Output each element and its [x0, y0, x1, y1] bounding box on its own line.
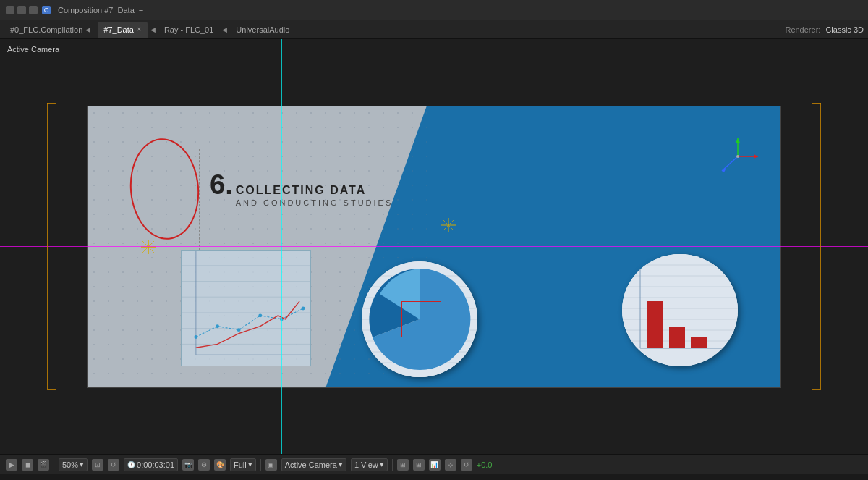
chart-line-box [181, 250, 311, 366]
chart-bar-container [622, 254, 745, 366]
comp-frame-topleft [47, 103, 56, 104]
svg-point-17 [302, 306, 305, 310]
timecode-value: 0:00:03:01 [137, 460, 174, 469]
comp-heading: COLLECTING DATA [236, 182, 393, 198]
svg-point-13 [216, 324, 219, 328]
zoom-value: 50% [62, 460, 78, 469]
comp-frame-botright [812, 389, 821, 390]
tab-universal[interactable]: UniversalAudio [230, 22, 295, 38]
red-selection-box [401, 301, 441, 337]
comp-subheading: AND CONDUCTING STUDIES [236, 198, 393, 207]
bottom-toolbar: ▶ ◼ 🎬 50% ▾ ⊡ ↺ 🕐 0:00:03:01 📷 ⚙ 🎨 Full … [0, 454, 868, 474]
camera-view-value: Active Camera [285, 460, 337, 469]
zoom-dropdown[interactable]: 50% ▾ [59, 458, 88, 471]
tab-bar: #0_FLC.Compilation ◀ #7_Data ✕ ◀ Ray - F… [0, 20, 868, 39]
tab-compilation[interactable]: #0_FLC.Compilation ◀ [4, 22, 96, 38]
comp-frame-right [820, 103, 821, 389]
svg-marker-53 [736, 138, 740, 143]
bb-icon-2[interactable]: ◼ [22, 459, 33, 471]
chart-pie-container [362, 261, 477, 377]
view-count-value: 1 View [354, 460, 378, 469]
window-close[interactable] [6, 6, 14, 14]
svg-point-12 [194, 335, 197, 339]
guide-magenta-h1 [0, 246, 868, 247]
camera-arrow: ▾ [339, 460, 343, 469]
title-bar: C Composition #7_Data ≡ [0, 0, 868, 20]
star-decoration-2 [441, 218, 456, 234]
grid-icon[interactable]: ⊞ [413, 459, 425, 471]
view-count-arrow: ▾ [380, 460, 384, 469]
comp-frame-botleft [47, 389, 56, 390]
svg-rect-41 [691, 337, 707, 348]
zoom-arrow: ▾ [80, 460, 84, 469]
svg-marker-51 [754, 154, 758, 159]
svg-line-54 [722, 156, 738, 171]
menu-icon[interactable]: ≡ [139, 6, 143, 14]
timecode-icon: 🕐 [127, 461, 135, 468]
view-count-dropdown[interactable]: 1 View ▾ [351, 458, 388, 471]
graph-icon[interactable]: 📊 [429, 459, 441, 471]
expand-icon[interactable]: ⊞ [397, 459, 409, 471]
comp-title-block: 6. COLLECTING DATA AND CONDUCTING STUDIE… [210, 171, 393, 207]
svg-point-15 [258, 313, 262, 317]
window-minimize[interactable] [17, 6, 26, 14]
svg-rect-28 [622, 254, 738, 366]
camera-dropdown[interactable]: Active Camera ▾ [281, 458, 346, 471]
preview-icon-2[interactable]: ↺ [108, 459, 119, 471]
tab-nav-arrow: ◀ [150, 26, 156, 33]
bb-sep-3 [392, 459, 393, 471]
viewport: Active Camera [0, 39, 868, 454]
tab-7data[interactable]: #7_Data ✕ [98, 22, 148, 38]
tab-ray[interactable]: Ray - FLC_01 [158, 22, 219, 38]
quality-value: Full [234, 460, 247, 469]
timecode-display[interactable]: 🕐 0:00:03:01 [124, 458, 178, 471]
quality-dropdown[interactable]: Full ▾ [230, 458, 256, 471]
node-icon[interactable]: ⊹ [445, 459, 456, 471]
bb-icon-1[interactable]: ▶ [6, 459, 17, 471]
offset-value: +0.0 [477, 460, 493, 469]
settings-icon[interactable]: ⚙ [198, 459, 210, 471]
dotted-line [199, 149, 200, 250]
axis-3d-widget [716, 135, 760, 178]
tab-arrow: ◀ [85, 26, 90, 33]
comp-number: 6. [210, 171, 233, 198]
color-icon[interactable]: 🎨 [214, 459, 226, 471]
svg-point-14 [237, 328, 241, 332]
camera-icon[interactable]: 📷 [182, 459, 194, 471]
chart-bar [622, 254, 738, 366]
renderer-section: Renderer: Classic 3D [785, 25, 864, 34]
reset-icon[interactable]: ↺ [461, 459, 472, 471]
comp-icon: C [42, 6, 51, 14]
svg-point-56 [736, 155, 739, 158]
bb-sep-2 [260, 459, 261, 471]
preview-rect-icon[interactable]: ▣ [265, 459, 277, 471]
comp-frame-topright [812, 103, 821, 104]
window-controls[interactable] [6, 6, 38, 14]
quality-arrow: ▾ [248, 460, 252, 469]
preview-icon-1[interactable]: ⊡ [92, 459, 103, 471]
comp-frame-left [47, 103, 48, 389]
camera-label: Active Camera [7, 45, 59, 54]
svg-rect-39 [647, 301, 663, 348]
bb-sep-1 [54, 459, 54, 471]
tab-close[interactable]: ✕ [137, 26, 142, 33]
svg-rect-40 [669, 327, 685, 348]
bb-icon-3[interactable]: 🎬 [38, 459, 49, 471]
tab-nav-arrow-2: ◀ [222, 26, 227, 33]
window-title: Composition #7_Data [58, 6, 135, 14]
chart-line-container [181, 250, 311, 366]
renderer-value: Classic 3D [825, 25, 864, 34]
window-maximize[interactable] [29, 6, 38, 14]
